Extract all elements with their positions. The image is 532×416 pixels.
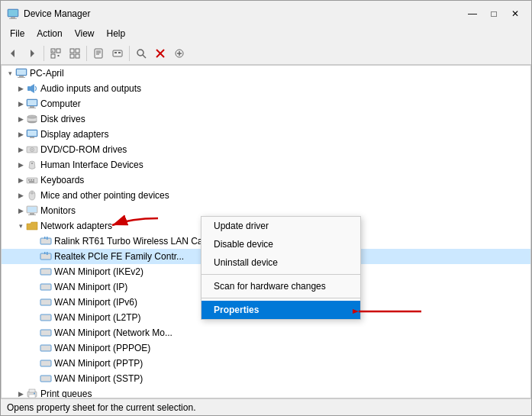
computer-expand-arrow[interactable]: ▶: [15, 96, 26, 111]
toolbar: [1, 42, 531, 65]
tree-item-keyboards[interactable]: ▶ Keyboards: [2, 173, 530, 188]
tree-root-label: PC-April: [30, 68, 64, 79]
keyboard-icon: [26, 174, 38, 186]
tree-wan-netmo-label: WAN Miniport (Network Mo...: [54, 327, 172, 338]
menu-action[interactable]: Action: [31, 27, 68, 40]
wan-sstp-icon: [40, 372, 52, 385]
svg-point-78: [34, 393, 35, 395]
monitors-expand-arrow[interactable]: ▶: [15, 203, 26, 218]
svg-rect-50: [28, 179, 30, 181]
toolbar-collapse[interactable]: [66, 44, 84, 63]
toolbar-add[interactable]: [170, 44, 189, 63]
context-menu-uninstall-device[interactable]: Uninstall device: [202, 253, 360, 272]
tree-item-wan-pptp[interactable]: ▶ WAN Miniport (PPTP): [2, 356, 530, 371]
svg-rect-63: [47, 237, 48, 240]
tree-item-wan-sstp[interactable]: ▶ WAN Miniport (SSTP): [2, 371, 530, 386]
close-button[interactable]: ✕: [505, 6, 525, 21]
menu-file[interactable]: File: [4, 27, 31, 40]
hid-icon: [26, 159, 38, 171]
context-menu-update-driver[interactable]: Update driver: [202, 217, 360, 235]
svg-rect-20: [113, 50, 122, 56]
menu-view[interactable]: View: [69, 27, 101, 40]
network-expand-arrow[interactable]: ▾: [15, 218, 26, 234]
toolbar-forward[interactable]: [23, 44, 41, 63]
tree-item-computer[interactable]: ▶ Computer: [2, 96, 530, 111]
svg-point-41: [27, 115, 37, 118]
tree-print-label: Print queues: [40, 389, 92, 398]
svg-rect-34: [27, 86, 31, 91]
mouse-icon: [26, 189, 38, 202]
monitor-icon: [26, 205, 38, 217]
wan-ip-icon: [40, 281, 52, 293]
mice-expand-arrow[interactable]: ▶: [15, 188, 26, 203]
svg-rect-14: [70, 54, 74, 58]
audio-expand-arrow[interactable]: ▶: [15, 81, 26, 96]
svg-rect-74: [40, 376, 51, 382]
svg-rect-65: [44, 252, 46, 254]
context-menu-properties[interactable]: Properties: [202, 301, 360, 319]
dvd-expand-arrow[interactable]: ▶: [15, 142, 26, 157]
print-expand-arrow[interactable]: ▶: [15, 386, 26, 398]
tree-root[interactable]: ▾ PC-April: [2, 66, 530, 81]
tree-network-label: Network adapters: [40, 221, 112, 231]
tree-item-hid[interactable]: ▶ Human Interface Devices: [2, 157, 530, 173]
svg-rect-32: [19, 76, 24, 77]
hid-expand-arrow[interactable]: ▶: [15, 157, 26, 173]
svg-rect-66: [47, 252, 48, 255]
disk-icon: [26, 113, 38, 125]
svg-rect-37: [30, 106, 34, 108]
tree-item-print[interactable]: ▶ Print queues: [2, 386, 530, 398]
tree-item-dvd[interactable]: ▶ DVD/CD-ROM drives: [2, 142, 530, 157]
toolbar-update-driver[interactable]: [108, 44, 127, 63]
svg-rect-2: [11, 17, 15, 18]
toolbar-back[interactable]: [4, 44, 22, 63]
svg-rect-67: [40, 269, 51, 275]
toolbar-scan[interactable]: [132, 44, 150, 63]
tree-wan-pppoe-label: WAN Miniport (PPPOE): [54, 343, 150, 353]
svg-marker-4: [11, 50, 15, 57]
svg-rect-3: [9, 18, 17, 19]
wan-l2tp-icon: [40, 311, 52, 324]
svg-rect-13: [76, 49, 79, 53]
svg-point-48: [31, 163, 33, 164]
tree-item-mice[interactable]: ▶ Mice and other pointing devices: [2, 188, 530, 203]
svg-rect-76: [29, 389, 35, 392]
svg-rect-43: [27, 131, 37, 136]
tree-ralink-label: Ralink RT61 Turbo Wireless LAN Card: [54, 236, 211, 247]
svg-rect-21: [114, 52, 117, 53]
window-icon: [7, 8, 19, 20]
tree-keyboards-label: Keyboards: [40, 175, 84, 185]
tree-wan-ikev2-label: WAN Miniport (IKEv2): [54, 266, 143, 277]
context-menu-disable-device[interactable]: Disable device: [202, 235, 360, 253]
maximize-button[interactable]: □: [484, 6, 504, 21]
tree-item-display[interactable]: ▶ Display adapters: [2, 127, 530, 142]
status-text: Opens property sheet for the current sel…: [7, 402, 195, 413]
display-expand-arrow[interactable]: ▶: [15, 127, 26, 142]
wan-netmo-icon: [40, 327, 52, 339]
menu-help[interactable]: Help: [101, 27, 132, 40]
svg-rect-77: [29, 395, 35, 398]
tree-wan-ip-label: WAN Miniport (IP): [54, 282, 127, 292]
toolbar-properties[interactable]: [89, 44, 108, 63]
tree-wan-ipv6-label: WAN Miniport (IPv6): [54, 297, 137, 308]
minimize-button[interactable]: —: [463, 6, 482, 21]
properties-label: Properties: [214, 305, 259, 315]
computer2-icon: [26, 98, 38, 110]
toolbar-sep-3: [129, 46, 130, 61]
svg-rect-62: [44, 237, 46, 239]
toolbar-expand[interactable]: [47, 44, 65, 63]
tree-item-disk[interactable]: ▶ Disk drives: [2, 111, 530, 127]
toolbar-remove[interactable]: [151, 44, 169, 63]
disk-expand-arrow[interactable]: ▶: [15, 111, 26, 127]
svg-line-24: [143, 55, 146, 58]
tree-item-audio[interactable]: ▶ Audio inputs and outputs: [2, 81, 530, 96]
context-menu-sep-2: [202, 298, 360, 298]
keyboards-expand-arrow[interactable]: ▶: [15, 173, 26, 188]
tree-item-wan-netmo[interactable]: ▶ WAN Miniport (Network Mo...: [2, 325, 530, 340]
svg-marker-5: [31, 50, 34, 57]
context-menu-scan-hardware[interactable]: Scan for hardware changes: [202, 277, 360, 295]
wan-ipv6-icon: [40, 296, 52, 308]
root-expand-arrow[interactable]: ▾: [5, 66, 15, 81]
svg-rect-33: [18, 77, 25, 78]
tree-item-wan-pppoe[interactable]: ▶ WAN Miniport (PPPOE): [2, 340, 530, 356]
